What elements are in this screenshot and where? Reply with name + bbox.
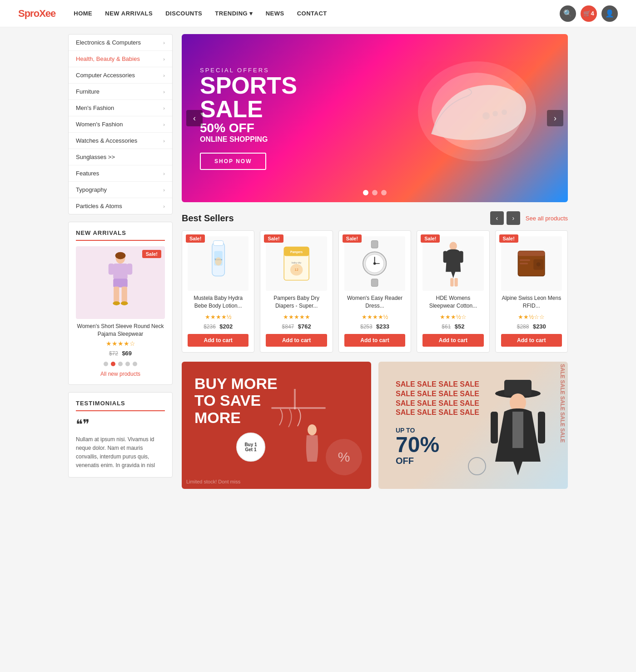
section-nav: ‹ ›	[490, 211, 520, 225]
sidebar-item-mens[interactable]: Men's Fashion ›	[69, 100, 172, 116]
testimonial-text: Nullam at ipsum nisi. Vivamus id neque d…	[76, 435, 165, 470]
sidebar-item-furniture[interactable]: Furniture ›	[69, 84, 172, 100]
add-to-cart-5[interactable]: Add to cart	[501, 334, 562, 347]
sidebar-item-particles[interactable]: Particles & Atoms ›	[69, 198, 172, 214]
product-name-5: Alpine Swiss Leon Mens RFID...	[501, 294, 562, 311]
logo-part2: Xee	[39, 8, 55, 19]
add-to-cart-1[interactable]: Add to cart	[188, 334, 248, 347]
cart-count: 4	[591, 10, 594, 17]
sidebar-item-womens[interactable]: Women's Fashion ›	[69, 116, 172, 133]
off-text: OFF	[396, 456, 479, 466]
sale-badge-3: Sale!	[343, 234, 362, 243]
price-old-5: $288	[517, 324, 529, 330]
hero-banner: SPECIAL OFFERS SPORTS SALE 50% OFF ONLIN…	[182, 34, 568, 202]
product-thumb-2: Pampers baby-dry 12	[266, 236, 327, 291]
svg-point-13	[492, 111, 498, 116]
svg-point-12	[482, 112, 490, 119]
chevron-right-icon: ›	[163, 40, 165, 45]
sidebar-item-computer[interactable]: Computer Accessories ›	[69, 67, 172, 84]
add-to-cart-3[interactable]: Add to cart	[344, 334, 405, 347]
add-to-cart-2[interactable]: Add to cart	[266, 334, 327, 347]
chevron-right-icon: ›	[163, 171, 165, 176]
sidebar: Electronics & Computers › Health, Beauty…	[68, 34, 173, 489]
hero-title: SPORTS SALE	[200, 74, 297, 121]
main-content: SPECIAL OFFERS SPORTS SALE 50% OFF ONLIN…	[182, 34, 568, 489]
nav-home[interactable]: HOME	[74, 10, 92, 17]
sidebar-item-sunglasses[interactable]: Sunglasses >>	[69, 149, 172, 165]
nav-discounts[interactable]: DISCOUNTS	[165, 10, 202, 17]
search-icon: 🔍	[563, 9, 572, 18]
nav-contact[interactable]: CONTACT	[297, 10, 327, 17]
promo-right-text: SALE SALE SALE SALE SALE SALE SALE SALE …	[391, 375, 484, 471]
buy-badge: Buy 1 Get 1	[236, 433, 265, 462]
search-button[interactable]: 🔍	[560, 5, 576, 22]
hero-text: SPECIAL OFFERS SPORTS SALE 50% OFF ONLIN…	[200, 67, 297, 170]
cart-button[interactable]: 🛒 4	[581, 5, 597, 22]
add-to-cart-4[interactable]: Add to cart	[422, 334, 483, 347]
promo-banner-right[interactable]: SALE SALE SALE SALE SALE SALE SALE SALE …	[378, 362, 568, 489]
nav-trending[interactable]: TRENDING ▾	[215, 10, 253, 17]
logo-part1: Spro	[18, 8, 39, 19]
user-button[interactable]: 👤	[601, 5, 618, 22]
logo[interactable]: SproXee	[18, 8, 55, 20]
dot-2[interactable]	[111, 362, 115, 366]
hero-next-button[interactable]: ›	[547, 110, 563, 126]
sale-badge-1: Sale!	[186, 234, 205, 243]
prev-products-button[interactable]: ‹	[490, 211, 504, 225]
product-price-new: $69	[122, 350, 132, 357]
all-products-link[interactable]: All new products	[76, 371, 165, 377]
product-prices-3: $253 $233	[344, 322, 405, 330]
shop-now-button[interactable]: SHOP NOW	[200, 153, 266, 170]
price-new-4: $52	[455, 323, 465, 330]
svg-point-33	[449, 242, 457, 250]
sale-badge: Sale!	[142, 250, 161, 258]
svg-rect-52	[512, 412, 523, 448]
promo-banner-left[interactable]: BUY MORE TO SAVE MORE Buy 1 Get 1 Limite…	[182, 362, 371, 489]
svg-rect-42	[520, 259, 530, 261]
hero-indicators	[363, 190, 387, 195]
nav-news[interactable]: NEWS	[266, 10, 284, 17]
dot-1[interactable]	[104, 362, 108, 366]
product-card-4: Sale! HDE Womens Sleepwear Cotton... ★★★…	[417, 230, 489, 353]
product-name: Women's Short Sleeve Round Neck Pajama S…	[76, 323, 165, 338]
product-dots	[76, 362, 165, 366]
product-prices-1: $236 $202	[188, 322, 248, 330]
quote-icon: ❝❞	[76, 417, 165, 432]
price-new-1: $202	[219, 323, 233, 330]
svg-rect-6	[114, 287, 119, 303]
see-all-link[interactable]: See all products	[526, 215, 568, 222]
sidebar-item-watches[interactable]: Watches & Accessories ›	[69, 133, 172, 149]
chevron-right-icon: ›	[163, 89, 165, 95]
hero-dot-2[interactable]	[372, 190, 378, 195]
chevron-right-icon: ›	[163, 187, 165, 193]
price-old-3: $253	[360, 324, 373, 330]
nav-new-arrivals[interactable]: NEW ARRIVALS	[105, 10, 153, 17]
next-products-button[interactable]: ›	[507, 211, 520, 225]
hero-dot-1[interactable]	[363, 190, 368, 195]
testimonials-widget: TESTIMONIALS ❝❞ Nullam at ipsum nisi. Vi…	[68, 392, 173, 478]
sidebar-item-typography[interactable]: Typography ›	[69, 182, 172, 198]
product-card-2: Sale! Pampers baby-dry 12 Pampers Baby D…	[260, 230, 333, 353]
svg-point-19	[215, 257, 222, 265]
chevron-right-icon: ›	[163, 105, 165, 111]
dot-5[interactable]	[133, 362, 137, 366]
dot-3[interactable]	[118, 362, 123, 366]
product-card-3: Sale! Women's Easy Reader Dress... ★★★★½	[338, 230, 411, 353]
hero-prev-button[interactable]: ‹	[186, 110, 203, 126]
product-thumb-3	[344, 236, 405, 291]
products-grid: Sale! Mustela Mustela Baby Hydra Bebe Bo…	[182, 230, 568, 353]
svg-rect-48	[504, 380, 532, 396]
sidebar-item-features[interactable]: Features ›	[69, 165, 172, 182]
hero-dot-3[interactable]	[381, 190, 387, 195]
sidebar-item-health[interactable]: Health, Beauty & Babies ›	[69, 51, 172, 67]
dot-4[interactable]	[125, 362, 130, 366]
product-prices-2: $847 $762	[266, 322, 327, 330]
new-arrivals-title: NEW ARRIVALS	[76, 229, 165, 241]
price-old-4: $61	[442, 324, 451, 330]
limited-stock-text: Limited stock! Dont miss	[186, 479, 240, 484]
svg-rect-2	[113, 264, 128, 279]
price-new-5: $230	[533, 323, 546, 330]
product-stars-1: ★★★★½	[188, 314, 248, 320]
sidebar-item-electronics[interactable]: Electronics & Computers ›	[69, 35, 172, 51]
svg-rect-27	[372, 279, 378, 286]
